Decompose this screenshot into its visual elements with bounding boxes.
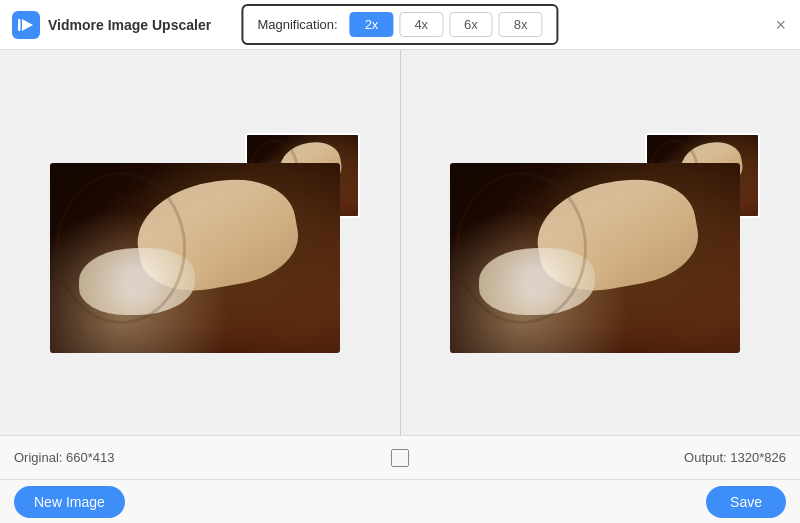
main-area [0,50,800,435]
compare-control[interactable] [271,449,528,467]
output-panel [401,50,801,435]
compare-icon[interactable] [391,449,409,467]
app-title: Vidmore Image Upscaler [48,17,211,33]
title-bar: Vidmore Image Upscaler Magnification: 2x… [0,0,800,50]
status-bar: Original: 660*413 Output: 1320*826 [0,435,800,479]
original-scene [50,163,340,353]
magnification-controls: Magnification: 2x 4x 6x 8x [241,4,558,45]
close-button[interactable]: × [775,16,786,34]
output-collage [440,133,760,353]
new-image-button[interactable]: New Image [14,486,125,518]
mag-btn-4x[interactable]: 4x [399,12,443,37]
app-logo: Vidmore Image Upscaler [12,11,211,39]
output-main-image [450,163,740,353]
original-main-image [50,163,340,353]
mag-btn-2x[interactable]: 2x [350,12,394,37]
output-dimensions: Output: 1320*826 [529,450,786,465]
bottom-bar: New Image Save [0,479,800,523]
magnification-label: Magnification: [257,17,337,32]
save-button[interactable]: Save [706,486,786,518]
output-scene [450,163,740,353]
original-collage [40,133,360,353]
original-dimensions: Original: 660*413 [14,450,271,465]
mag-btn-8x[interactable]: 8x [499,12,543,37]
mag-btn-6x[interactable]: 6x [449,12,493,37]
original-panel [0,50,400,435]
app-logo-icon [12,11,40,39]
svg-rect-2 [18,19,21,31]
